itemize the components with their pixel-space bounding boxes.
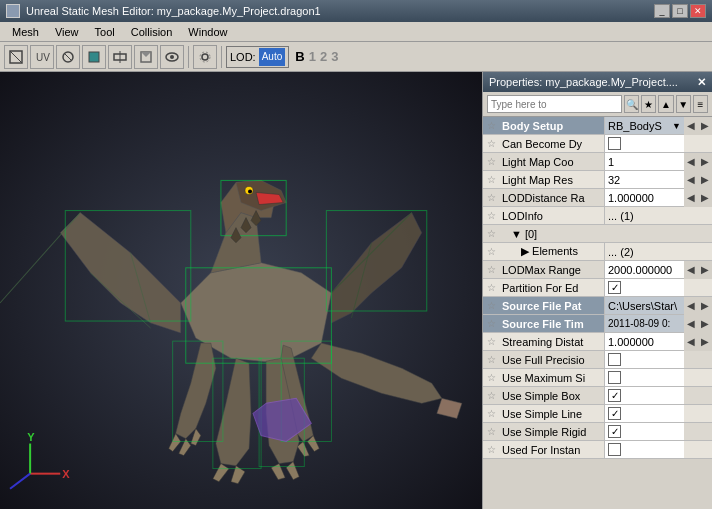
prop-star-simple-box[interactable]: ☆ [483,390,499,401]
menu-mesh[interactable]: Mesh [4,24,47,40]
lmc-scroll-dn[interactable]: ▶ [698,153,712,171]
prop-value-src-path[interactable]: C:\Users\Star\ [604,297,684,314]
properties-close-button[interactable]: ✕ [697,76,706,89]
sft-scroll-dn[interactable]: ▶ [698,315,712,333]
prop-row-src-time[interactable]: ☆ Source File Tim 2011-08-09 0: ◀ ▶ [483,315,712,333]
menu-view[interactable]: View [47,24,87,40]
lod-2[interactable]: 2 [320,49,327,64]
prop-row-simple-line[interactable]: ☆ Use Simple Line [483,405,712,423]
properties-search-input[interactable] [487,95,622,113]
viewport[interactable]: Triangles: 4956 Vertices: 3736 UV Channe… [0,72,482,509]
prop-row-light-map-res[interactable]: ☆ Light Map Res 32 ◀ ▶ [483,171,712,189]
prop-value-lmc[interactable]: 1 [604,153,684,170]
used-instant-checkbox[interactable] [608,443,621,456]
prop-value-src-time[interactable]: 2011-08-09 0: [604,315,684,332]
lodmax-scroll-dn[interactable]: ▶ [698,261,712,279]
full-prec-checkbox[interactable] [608,353,621,366]
down-button[interactable]: ▼ [676,95,691,113]
prop-star-lmr[interactable]: ☆ [483,174,499,185]
prop-star-lodmax[interactable]: ☆ [483,264,499,275]
prop-row-light-map-coord[interactable]: ☆ Light Map Coo 1 ◀ ▶ [483,153,712,171]
prop-value-elements[interactable]: ... (2) [604,243,684,260]
src-scroll-dn[interactable]: ▶ [698,297,712,315]
lodmax-scroll-up[interactable]: ◀ [684,261,698,279]
prop-row-lodinfo[interactable]: ☆ LODInfo ... (1) ◀ ▶ [483,207,712,225]
prop-value-lmr[interactable]: 32 [604,171,684,188]
prop-star-max-simpl[interactable]: ☆ [483,372,499,383]
search-button[interactable]: 🔍 [624,95,639,113]
prop-value-body-setup[interactable]: RB_BodyS ▼ [604,117,684,134]
prop-star-src-path[interactable]: ☆ [483,300,499,311]
prop-scroll-dn-body[interactable]: ▶ [698,117,712,135]
prop-row-body-setup[interactable]: ☆ Body Setup RB_BodyS ▼ ◀ ▶ [483,117,712,135]
stream-scroll-dn[interactable]: ▶ [698,333,712,351]
toolbar-btn-gear[interactable] [193,45,217,69]
prop-star-lod0[interactable]: ☆ [483,228,499,239]
prop-row-simple-rigid[interactable]: ☆ Use Simple Rigid [483,423,712,441]
lod-b[interactable]: B [295,49,304,64]
prop-star-elements[interactable]: ☆ [483,246,499,257]
lodd-scroll-dn[interactable]: ▶ [698,189,712,207]
prop-star-src-time[interactable]: ☆ [483,318,499,329]
prop-row-full-prec[interactable]: ☆ Use Full Precisio [483,351,712,369]
prop-star-simple-line[interactable]: ☆ [483,408,499,419]
lod-dropdown[interactable]: Auto [259,48,286,66]
max-simpl-checkbox[interactable] [608,371,621,384]
prop-row-can-become[interactable]: ☆ Can Become Dy ◀ ▶ [483,135,712,153]
toolbar-btn-4[interactable] [82,45,106,69]
prop-star-lodd[interactable]: ☆ [483,192,499,203]
sft-scroll-up[interactable]: ◀ [684,315,698,333]
prop-value-max-simpl[interactable] [604,369,684,386]
lmr-scroll-dn[interactable]: ▶ [698,171,712,189]
simple-rigid-checkbox[interactable] [608,425,621,438]
prop-star-used-instant[interactable]: ☆ [483,444,499,455]
menu-window[interactable]: Window [180,24,235,40]
lmr-scroll-up[interactable]: ◀ [684,171,698,189]
simple-box-checkbox[interactable] [608,389,621,402]
prop-value-used-instant[interactable] [604,441,684,458]
prop-value-simple-line[interactable] [604,405,684,422]
prop-value-can-become[interactable] [604,135,684,152]
prop-value-full-prec[interactable] [604,351,684,368]
prop-row-simple-box[interactable]: ☆ Use Simple Box [483,387,712,405]
prop-star-streaming[interactable]: ☆ [483,336,499,347]
can-become-checkbox[interactable] [608,137,621,150]
toolbar-btn-5[interactable] [108,45,132,69]
prop-row-lod-dist[interactable]: ☆ LODDistance Ra 1.000000 ◀ ▶ [483,189,712,207]
menu-tool[interactable]: Tool [87,24,123,40]
toolbar-btn-3[interactable] [56,45,80,69]
minimize-button[interactable]: _ [654,4,670,18]
prop-star-simple-rigid[interactable]: ☆ [483,426,499,437]
prop-star-full-prec[interactable]: ☆ [483,354,499,365]
up-button[interactable]: ▲ [658,95,673,113]
toolbar-btn-eye[interactable] [160,45,184,69]
prop-scroll-up-body[interactable]: ◀ [684,117,698,135]
partition-checkbox[interactable] [608,281,621,294]
prop-value-simple-rigid[interactable] [604,423,684,440]
toolbar-btn-6[interactable] [134,45,158,69]
prop-star-lodinfo[interactable]: ☆ [483,210,499,221]
toolbar-btn-uv[interactable]: UV [30,45,54,69]
lodd-scroll-up[interactable]: ◀ [684,189,698,207]
stream-scroll-up[interactable]: ◀ [684,333,698,351]
prop-row-elements[interactable]: ☆ ▶ Elements ... (2) ◀ ▶ [483,243,712,261]
prop-row-src-path[interactable]: ☆ Source File Pat C:\Users\Star\ ◀ ▶ [483,297,712,315]
prop-value-streaming[interactable]: 1.000000 [604,333,684,350]
src-scroll-up[interactable]: ◀ [684,297,698,315]
maximize-button[interactable]: □ [672,4,688,18]
close-button[interactable]: ✕ [690,4,706,18]
prop-value-lodd[interactable]: 1.000000 [604,189,684,206]
prop-star-can-become[interactable]: ☆ [483,138,499,149]
menu-button[interactable]: ≡ [693,95,708,113]
prop-row-streaming[interactable]: ☆ Streaming Distat 1.000000 ◀ ▶ [483,333,712,351]
prop-star-body-setup[interactable]: ☆ [483,120,499,131]
prop-row-lod0[interactable]: ☆ ▼ [0] ◀ ▶ [483,225,712,243]
prop-row-max-simpl[interactable]: ☆ Use Maximum Si [483,369,712,387]
lod-1[interactable]: 1 [309,49,316,64]
prop-star-partition[interactable]: ☆ [483,282,499,293]
simple-line-checkbox[interactable] [608,407,621,420]
window-controls[interactable]: _ □ ✕ [654,4,706,18]
prop-star-lmc[interactable]: ☆ [483,156,499,167]
prop-row-used-instant[interactable]: ☆ Used For Instan [483,441,712,459]
toolbar-btn-1[interactable] [4,45,28,69]
